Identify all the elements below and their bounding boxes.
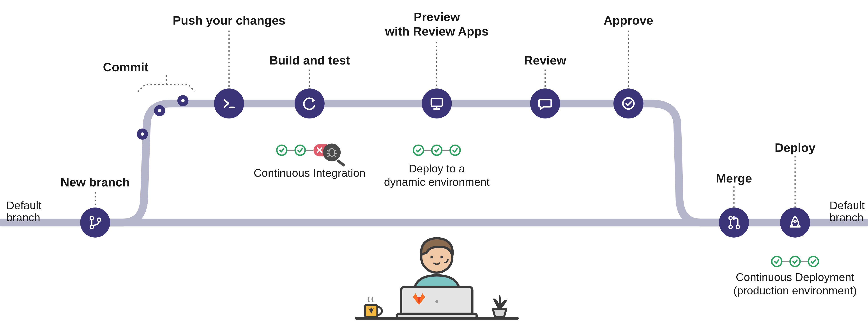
svg-point-57 <box>430 255 433 258</box>
svg-point-13 <box>158 109 161 112</box>
node-approve <box>614 88 644 118</box>
node-push <box>214 88 244 118</box>
label-approve: Approve <box>603 13 653 27</box>
label-merge: Merge <box>716 171 752 185</box>
node-build-test <box>294 88 324 118</box>
pipeline-diagram: Default branch Default branch New branch… <box>0 0 868 331</box>
caption-cd-1: Continuous Deployment <box>736 271 854 283</box>
label-commit: Commit <box>103 60 149 74</box>
svg-point-60 <box>435 300 438 303</box>
svg-point-58 <box>440 255 443 258</box>
node-new-branch <box>80 208 110 238</box>
commit-bracket <box>138 75 195 92</box>
svg-point-23 <box>422 88 452 118</box>
svg-point-22 <box>294 88 324 118</box>
label-build-test: Build and test <box>269 53 350 67</box>
label-default-branch-right: Default branch <box>830 199 868 224</box>
label-review: Review <box>524 53 566 67</box>
label-new-branch: New branch <box>60 175 130 189</box>
coffee-mug-icon <box>365 297 382 317</box>
svg-point-42 <box>323 143 341 161</box>
svg-point-27 <box>530 88 560 118</box>
caption-cd-2: (production environment) <box>733 284 857 297</box>
caption-ci: Continuous Integration <box>254 167 365 179</box>
svg-rect-59 <box>397 314 477 318</box>
svg-point-28 <box>614 88 644 118</box>
svg-point-11 <box>141 133 144 136</box>
ci-status-row <box>277 143 345 167</box>
developer-illustration <box>356 238 517 318</box>
cd-status-row <box>772 256 818 267</box>
svg-point-16 <box>80 208 110 238</box>
caption-deploy-1: Deploy to a <box>409 162 465 175</box>
node-merge <box>719 208 749 238</box>
caption-deploy-2: dynamic environment <box>384 176 490 188</box>
node-deploy <box>780 208 810 238</box>
label-preview-2: with Review Apps <box>385 24 489 38</box>
label-deploy: Deploy <box>775 141 815 155</box>
label-preview-1: Preview <box>414 10 460 24</box>
label-default-branch-left: Default branch <box>6 199 45 224</box>
bug-magnifier-icon <box>323 143 345 167</box>
label-push: Push your changes <box>173 13 285 27</box>
svg-rect-50 <box>337 159 345 167</box>
preview-status-row <box>413 145 460 155</box>
node-review <box>530 88 560 118</box>
node-preview <box>422 88 452 118</box>
svg-point-30 <box>719 208 749 238</box>
plant-icon <box>493 296 506 317</box>
svg-point-15 <box>181 99 185 102</box>
